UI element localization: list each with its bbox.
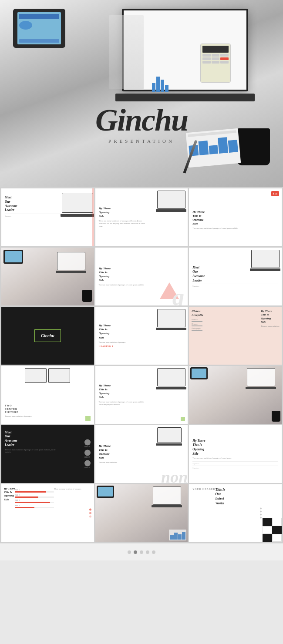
- slide-10-label: TWOCENTERPICTURE: [5, 404, 91, 414]
- slide-12-photo: [189, 366, 282, 424]
- slide-16-body: There are many variations of passages.: [54, 488, 81, 490]
- bottom-navigation: [0, 543, 283, 560]
- hero-section: Ginchu PRESENTATION: [0, 0, 283, 187]
- slide-16-heading: Hy ThereThis IsOpeningSide: [4, 487, 15, 502]
- slide-5[interactable]: Hy ThereThis IsOpeningSide There are man…: [95, 248, 188, 305]
- slide-1[interactable]: MeetOurAwesomeLeader Signature: [1, 188, 94, 246]
- slide-18-header: YOUR HEADER: [192, 488, 215, 490]
- slide-11-heading: Hy ThereThis IsOpeningSide: [99, 384, 185, 399]
- slide-15-heading: Hy ThereThis IsOpeningSide: [192, 439, 278, 456]
- slide-17-photo: [95, 484, 188, 542]
- hero-subtitle: PRESENTATION: [95, 138, 188, 144]
- slide-18-checkered: [263, 518, 282, 542]
- slide-7[interactable]: Ginchu: [1, 307, 94, 365]
- slide-9-name: ChiaraArrejaila: [192, 309, 203, 317]
- page-dot-2[interactable]: [134, 550, 137, 554]
- slide-2-heading: Hy ThereOpeningSide: [99, 207, 185, 218]
- mug-illustration: [237, 128, 270, 165]
- tablet-screen: [17, 12, 61, 44]
- slide-18-dots-col: [260, 507, 262, 518]
- hero-text-block: Ginchu PRESENTATION: [95, 104, 188, 144]
- slide-5-heading: Hy ThereThis IsOpeningSide: [99, 267, 185, 282]
- slide-8-body: There are many variations of passages.: [99, 341, 150, 344]
- slide-9[interactable]: ChiaraArrejaila Portfolio Behance Photog…: [189, 307, 282, 365]
- slide-15-body: There are many variations of passages of…: [192, 457, 253, 460]
- slide-15-sig: Signature: [192, 461, 278, 465]
- slide-13-heading: MeetOurAwesomeLeader: [5, 430, 91, 447]
- slide-7-green-box: Ginchu: [34, 329, 61, 342]
- slide-5-body: There are many variations of passages of…: [99, 284, 150, 286]
- slide-14-heading: Hy ThereThis IsOpeningSide: [99, 444, 185, 460]
- page-dot-3[interactable]: [140, 550, 143, 554]
- slide-12[interactable]: [189, 366, 282, 424]
- slide-15-sig2: Signature: [192, 466, 278, 469]
- slide-3-body: There are many variations of passages of…: [192, 227, 253, 230]
- slide-2[interactable]: Hy ThereOpeningSide There are many varia…: [95, 188, 188, 246]
- slide-1-signature: Signature: [5, 214, 91, 217]
- page-dot-4[interactable]: [146, 550, 149, 554]
- slide-18-heading: This IsOurLatestWorks: [215, 488, 225, 506]
- page-dot-5[interactable]: [152, 550, 155, 554]
- slide-16-dots: [89, 508, 91, 517]
- slide-15[interactable]: Hy ThereThis IsOpeningSide There are man…: [189, 425, 282, 483]
- slide-3[interactable]: $15 Hy ThereThis IsOpeningSide There are…: [189, 188, 282, 246]
- slide-8-heading: Hy ThereThis IsOpeningSide: [99, 324, 185, 339]
- hero-title: Ginchu: [95, 104, 188, 136]
- slide-9-content: ChiaraArrejaila Portfolio Behance Photog…: [192, 309, 203, 331]
- slide-2-body: There are many variations of passages of…: [99, 220, 146, 228]
- slide-11-body: There are many variations of passages of…: [99, 401, 146, 406]
- slide-18[interactable]: YOUR HEADER This IsOurLatestWorks: [189, 484, 282, 542]
- slide-6-heading: MeetOurAwesomeLeader: [192, 265, 278, 282]
- slide-17[interactable]: [95, 484, 188, 542]
- slide-9-text-right: Hy ThereThis IsOpeningSide There are man…: [261, 309, 280, 327]
- slide-8[interactable]: Hy ThereThis IsOpeningSide There are man…: [95, 307, 188, 365]
- slide-10-body: There are many variations of passages.: [5, 415, 91, 418]
- page-dot-1[interactable]: [128, 550, 131, 554]
- slides-grid: MeetOurAwesomeLeader Signature Hy ThereO…: [0, 187, 283, 543]
- calculator-illustration: [200, 44, 231, 83]
- slide-3-heading: Hy ThereThis IsOpeningSide: [192, 210, 278, 226]
- slide-4-photo: [1, 248, 94, 305]
- slide-6-signature: Signature: [192, 284, 278, 287]
- slide-8-label: HEADING 1: [99, 345, 185, 347]
- slide-14[interactable]: Hy ThereThis IsOpeningSide There are man…: [95, 425, 188, 483]
- slide-7-title: Ginchu: [41, 333, 54, 338]
- slide-13-body: There are many variations of passages of…: [5, 449, 56, 453]
- slide-13[interactable]: MeetOurAwesomeLeader There are many vari…: [1, 425, 94, 483]
- slide-1-heading: MeetOurAwesomeLeader: [5, 195, 91, 212]
- slide-14-body: There are many variations.: [99, 461, 146, 464]
- slide-16-bars: Skill 1 Skill 2 Skill 3 Skill 4: [15, 489, 54, 510]
- slide-11[interactable]: Hy ThereThis IsOpeningSide There are man…: [95, 366, 188, 424]
- slide-1-accent: [92, 188, 94, 246]
- slide-6[interactable]: MeetOurAwesomeLeader Signature: [189, 248, 282, 305]
- slide-9-labels: Portfolio Behance Photography: [192, 319, 203, 331]
- slide-4[interactable]: [1, 248, 94, 305]
- slide-16[interactable]: Hy ThereThis IsOpeningSide Skill 1 Skill…: [1, 484, 94, 542]
- laptop-illustration: [109, 9, 266, 113]
- slide-10[interactable]: TWOCENTERPICTURE There are many variatio…: [1, 366, 94, 424]
- tablet-illustration: [13, 9, 65, 48]
